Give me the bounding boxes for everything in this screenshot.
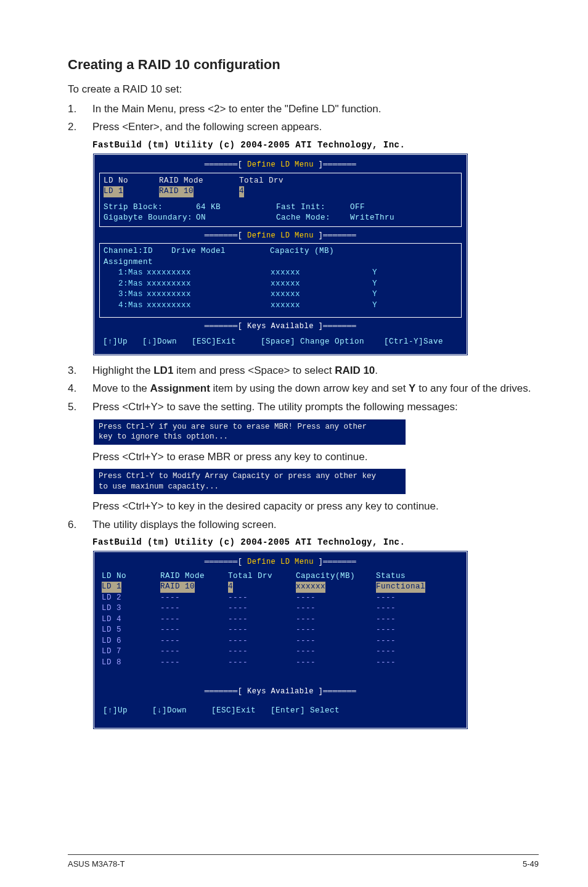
ld-row: LD 7---------------- xyxy=(102,646,459,658)
gigabyte-label: Gigabyte Boundary: xyxy=(104,213,192,222)
after-prompt-1: Press <Ctrl+Y> to erase MBR or press any… xyxy=(92,450,539,464)
bios-screenshot-2: FastBuild (tm) Utility (c) 2004-2005 ATI… xyxy=(92,537,468,729)
sel2-tot: 4 xyxy=(228,582,233,593)
sel-total: 4 xyxy=(239,186,244,197)
step-text: Move to the Assignment item by using the… xyxy=(92,381,539,396)
prompt-box-2: Press Ctrl-Y to Modify Array Capacity or… xyxy=(92,468,407,495)
step-number: 4. xyxy=(68,381,92,396)
drive-row: 4:MasxxxxxxxxxxxxxxxY xyxy=(104,300,457,311)
bios-screenshot-1: FastBuild (tm) Utility (c) 2004-2005 ATI… xyxy=(92,139,468,355)
keybar-1: [↑]Up [↓]Down [ESC]Exit [Space] Change O… xyxy=(99,334,462,349)
col2-cap: Capacity(MB) xyxy=(296,571,376,582)
col-ldno: LD No xyxy=(104,176,159,187)
col-totaldrv: Total Drv xyxy=(239,176,319,187)
after-prompt-2: Press <Ctrl+Y> to key in the desired cap… xyxy=(92,499,539,514)
gigabyte-value: ON xyxy=(196,213,206,222)
define-ld-menu-label-3: Define LD Menu xyxy=(99,557,462,567)
sel-ld: LD 1 xyxy=(104,186,123,197)
col2-ldno: LD No xyxy=(102,571,160,582)
fastbuild-title: FastBuild (tm) Utility (c) 2004-2005 ATI… xyxy=(92,139,468,152)
step-text: Press <Enter>, and the following screen … xyxy=(92,120,539,134)
strip-value: 64 KB xyxy=(196,203,221,212)
col2-mode: RAID Mode xyxy=(160,571,228,582)
col-drivemodel: Drive Model xyxy=(171,246,270,257)
col-raidmode: RAID Mode xyxy=(159,176,239,187)
step-text: Press <Ctrl+Y> to save the setting. The … xyxy=(92,400,539,415)
intro-text: To create a RAID 10 set: xyxy=(68,82,539,97)
fastinit-value: OFF xyxy=(350,203,365,212)
section-heading: Creating a RAID 10 configuration xyxy=(68,56,539,75)
ld-row: LD 4---------------- xyxy=(102,614,459,625)
step-number: 5. xyxy=(68,400,92,415)
step-number: 6. xyxy=(68,518,92,532)
keys-available-label: Keys Available xyxy=(99,321,462,332)
strip-label: Strip Block: xyxy=(104,203,163,212)
cache-value: WriteThru xyxy=(350,213,394,222)
footer-model: ASUS M3A78-T xyxy=(68,859,125,870)
fastbuild-title-2: FastBuild (tm) Utility (c) 2004-2005 ATI… xyxy=(92,537,468,549)
step-number: 3. xyxy=(68,363,92,378)
drive-row: 3:MasxxxxxxxxxxxxxxxY xyxy=(104,289,457,300)
define-ld-menu-label-2: Define LD Menu xyxy=(99,231,462,241)
sel2-mode: RAID 10 xyxy=(160,582,195,593)
footer-page: 5-49 xyxy=(523,859,539,870)
sel2-cap: xxxxxx xyxy=(296,582,325,593)
drive-row: 2:MasxxxxxxxxxxxxxxxY xyxy=(104,279,457,290)
sel2-no: LD 1 xyxy=(102,582,121,593)
col-capacity: Capacity (MB) xyxy=(270,246,381,257)
define-ld-menu-label: Define LD Menu xyxy=(99,160,462,170)
ld-row: LD 5---------------- xyxy=(102,625,459,636)
ld-row: LD 2---------------- xyxy=(102,593,459,604)
keys-available-label-2: Keys Available xyxy=(99,687,462,697)
step-number: 2. xyxy=(68,120,92,134)
step-text: The utility displays the following scree… xyxy=(92,518,539,532)
cache-label: Cache Mode: xyxy=(276,213,330,222)
fastinit-label: Fast Init: xyxy=(276,203,325,212)
col-assignment: Assignment xyxy=(104,257,153,268)
ld-row: LD 6---------------- xyxy=(102,636,459,647)
ld-row: LD 3---------------- xyxy=(102,603,459,614)
prompt-box-1: Press Ctrl-Y if you are sure to erase MB… xyxy=(92,418,407,446)
sel2-stat: Functional xyxy=(376,582,425,593)
col2-tot: Total Drv xyxy=(228,571,296,582)
step-text: In the Main Menu, press <2> to enter the… xyxy=(92,102,539,117)
keybar-2: [↑]Up [↓]Down [ESC]Exit [Enter] Select xyxy=(99,703,462,725)
drive-row: 1:MasxxxxxxxxxxxxxxxY xyxy=(104,268,457,279)
step-text: Highlight the LD1 item and press <Space>… xyxy=(92,363,539,378)
col2-stat: Status xyxy=(376,571,435,582)
col-channelid: Channel:ID xyxy=(104,246,171,257)
step-number: 1. xyxy=(68,102,92,117)
ld-row: LD 8---------------- xyxy=(102,658,459,669)
sel-mode: RAID 10 xyxy=(159,186,194,197)
